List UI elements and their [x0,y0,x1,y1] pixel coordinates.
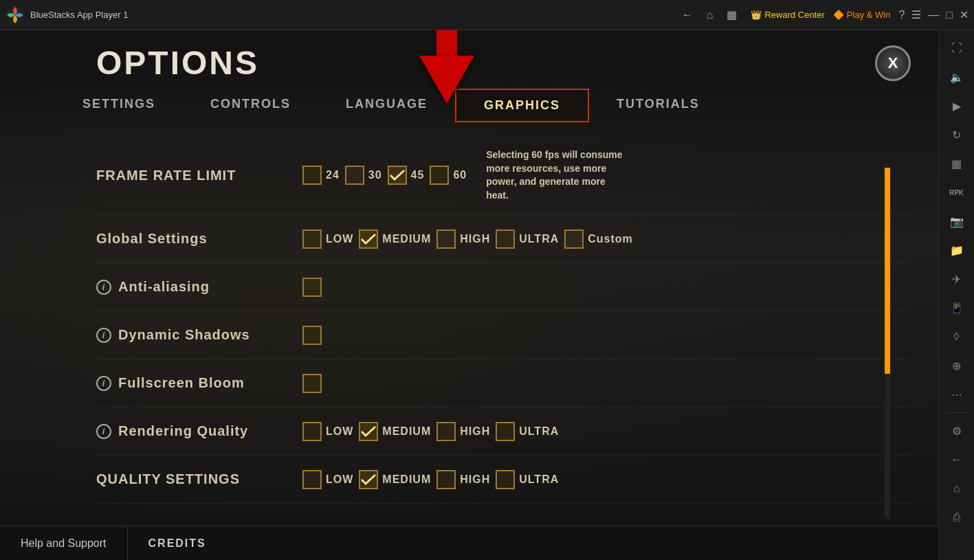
home-nav-button[interactable]: ⌂ [704,6,716,24]
frame-rate-setting: FRAME RATE LIMIT 24 30 [96,136,911,215]
fullscreen-bloom-info-icon[interactable]: i [96,376,111,391]
fps-45-label: 45 [411,169,425,181]
help-icon[interactable]: ? [898,9,905,21]
anti-aliasing-info-icon[interactable]: i [96,280,111,295]
fps-60-checkbox[interactable] [430,166,449,185]
tabs-nav-button[interactable]: ▦ [724,5,740,24]
qs-medium-label: MEDIUM [382,473,431,486]
tab-settings[interactable]: SETTINGS [55,89,183,122]
more-options-icon[interactable]: ⋯ [944,382,969,407]
qs-ultra-item: ULTRA [496,470,559,489]
location-icon[interactable]: ⊕ [944,353,969,378]
global-custom-checkbox[interactable] [564,229,584,249]
options-panel: OPTIONS X SETTINGS CONTROLS LANGUAGE GRA… [0,30,938,560]
fps-24-checkbox[interactable] [302,166,322,185]
rq-low-checkbox[interactable] [302,422,322,441]
page-title: OPTIONS [96,44,259,82]
global-settings-controls: LOW MEDIUM HIGH [302,229,633,249]
home-icon[interactable]: ⌂ [944,476,969,501]
dynamic-shadows-checkbox[interactable] [302,326,322,345]
credits-link[interactable]: CREDITS [128,526,227,560]
android-icon[interactable]: ⎙ [944,505,969,530]
dynamic-shadows-setting: i Dynamic Shadows [96,311,911,359]
qs-ultra-checkbox[interactable] [496,470,515,489]
qs-low-checkbox[interactable] [302,470,322,489]
arrow-stem [436,30,457,56]
fps-note: Selecting 60 fps will consume more resou… [486,148,623,202]
anti-aliasing-setting: i Anti-aliasing [96,263,911,311]
rq-low-item: LOW [302,422,353,441]
fullscreen-bloom-checkbox[interactable] [302,374,322,393]
rq-medium-checkbox[interactable] [359,422,378,441]
global-medium-item: MEDIUM [359,229,431,249]
play-win-button[interactable]: 🔶 Play & Win [833,10,891,20]
phone-icon[interactable]: 📱 [944,295,969,320]
fps-24-label: 24 [326,169,340,181]
back-icon[interactable]: ← [944,447,969,472]
scroll-thumb[interactable] [885,168,890,374]
bluestacks-logo [5,5,25,25]
tab-graphics[interactable]: GRAPHICS [455,89,589,122]
quality-settings-setting: QUALITY SETTINGS LOW [96,456,911,504]
content-area: OPTIONS X SETTINGS CONTROLS LANGUAGE GRA… [0,30,938,560]
global-low-checkbox[interactable] [302,229,322,249]
qs-ultra-label: ULTRA [519,473,559,486]
global-medium-label: MEDIUM [382,233,431,245]
qs-high-item: HIGH [436,470,490,489]
tab-controls[interactable]: CONTROLS [183,89,318,122]
eraser-icon[interactable]: ◊ [944,324,969,349]
rq-medium-item: MEDIUM [359,422,431,441]
global-settings-setting: Global Settings LOW [96,215,911,263]
airplane-icon[interactable]: ✈ [944,267,969,291]
global-high-item: HIGH [436,229,490,249]
forward-icon[interactable]: ▶ [944,93,969,118]
rq-high-label: HIGH [460,425,490,438]
global-settings-label: Global Settings [96,231,302,247]
reward-center-button[interactable]: 👑 Reward Center [751,10,824,20]
hamburger-icon[interactable]: ☰ [911,8,921,21]
global-medium-checkbox[interactable] [359,229,378,249]
global-low-item: LOW [302,229,353,249]
arrow-head [419,56,474,104]
back-nav-button[interactable]: ← [679,6,696,24]
expand-icon[interactable]: ⛶ [944,36,969,60]
global-ultra-checkbox[interactable] [496,229,515,249]
rq-ultra-checkbox[interactable] [496,422,515,441]
close-button[interactable]: X [875,45,911,81]
tab-tutorials[interactable]: TUTORIALS [589,89,727,122]
fps-30-checkbox[interactable] [345,166,364,185]
quality-settings-controls: LOW MEDIUM HIGH [302,470,559,489]
top-bar-right: 👑 Reward Center 🔶 Play & Win ? ☰ — □ ✕ [751,8,969,21]
rpk-icon[interactable]: RPK [944,180,969,205]
dynamic-shadows-info-icon[interactable]: i [96,328,111,343]
window-close-icon[interactable]: ✕ [960,8,969,21]
options-body: FRAME RATE LIMIT 24 30 [0,122,938,526]
nav-buttons: ← ⌂ ▦ [679,5,740,24]
speaker-icon[interactable]: 🔈 [944,65,969,89]
global-high-label: HIGH [460,233,490,245]
restore-icon[interactable]: □ [946,9,953,21]
rq-high-item: HIGH [436,422,490,441]
top-bar-action-icons: ? ☰ — □ ✕ [898,8,969,21]
fullscreen-bloom-setting: i Fullscreen Bloom [96,359,911,407]
folder-icon[interactable]: 📁 [944,238,969,262]
qs-high-checkbox[interactable] [436,470,456,489]
camera-icon[interactable]: 📷 [944,209,969,234]
minimize-icon[interactable]: — [928,9,939,21]
fps-45-checkbox[interactable] [388,166,407,185]
rendering-quality-info-icon[interactable]: i [96,424,111,439]
fps-60-label: 60 [453,169,467,181]
settings-icon[interactable]: ⚙ [944,418,969,443]
rq-high-checkbox[interactable] [436,422,456,441]
red-arrow-indicator [419,68,474,104]
anti-aliasing-checkbox[interactable] [302,278,322,297]
global-high-checkbox[interactable] [436,229,456,249]
playnwin-label: Play & Win [847,10,891,20]
help-support-link[interactable]: Help and Support [0,526,128,560]
global-ultra-item: ULTRA [496,229,559,249]
grid-icon[interactable]: ▦ [944,151,969,176]
main-area: OPTIONS X SETTINGS CONTROLS LANGUAGE GRA… [0,30,974,560]
qs-medium-checkbox[interactable] [359,470,378,489]
global-ultra-label: ULTRA [519,233,559,245]
sync-icon[interactable]: ↻ [944,122,969,147]
